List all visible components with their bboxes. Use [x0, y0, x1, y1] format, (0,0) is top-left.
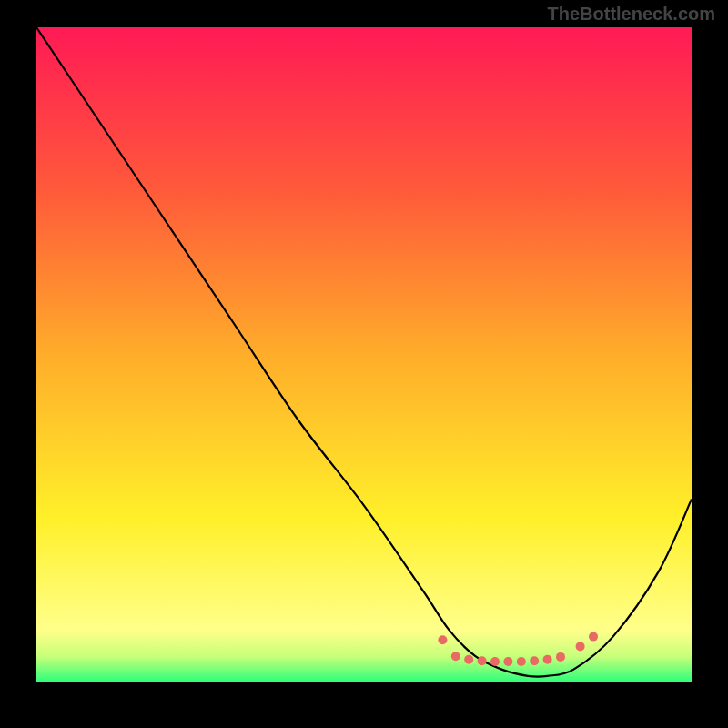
watermark-text: TheBottleneck.com [548, 4, 715, 25]
optimal-dot [530, 656, 539, 665]
optimal-dot [517, 657, 526, 666]
optimal-dot [464, 655, 473, 664]
chart-area [36, 27, 692, 682]
optimal-dot [451, 652, 460, 661]
optimal-dot [556, 652, 565, 662]
optimal-dot [543, 655, 552, 664]
chart-bg-gradient [36, 27, 692, 682]
optimal-dot [478, 656, 487, 665]
optimal-dot [576, 642, 585, 651]
optimal-dot [438, 635, 447, 644]
optimal-dot [503, 657, 512, 666]
chart-svg [36, 27, 692, 682]
optimal-dot [490, 657, 500, 666]
optimal-dot [589, 632, 598, 642]
